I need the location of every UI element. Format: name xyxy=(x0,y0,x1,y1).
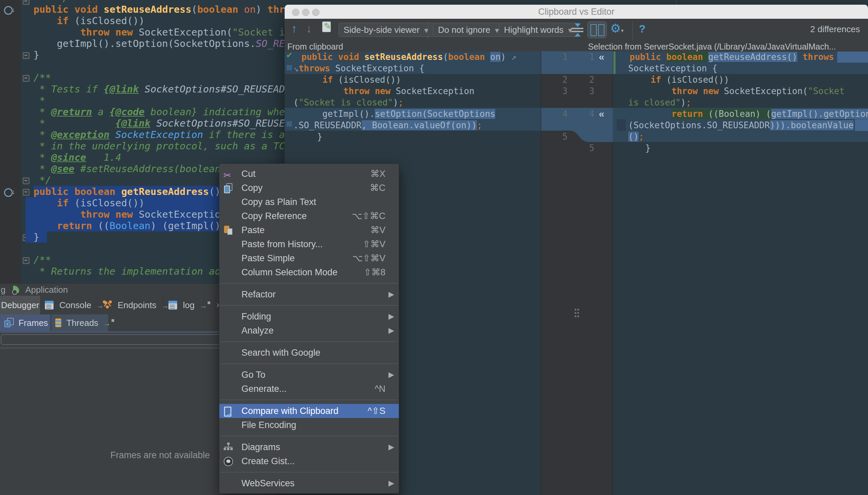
menu-item-refactor[interactable]: Refactor▶ xyxy=(219,287,399,302)
zoom-button[interactable] xyxy=(312,9,319,16)
dialog-toolbar: ↑ ↓ ✎ Side-by-side viewer▼ Do not ignore… xyxy=(285,19,868,41)
menu-item-label: Copy xyxy=(241,183,263,193)
menu-item-label: Diagrams xyxy=(241,442,280,452)
menu-item-copy-reference[interactable]: Copy Reference⌥⇧⌘C xyxy=(219,209,399,223)
submenu-arrow-icon: ▶ xyxy=(388,309,394,324)
viewer-type-dropdown[interactable]: Side-by-side viewer▼ xyxy=(338,23,435,37)
menu-item-paste-from-history[interactable]: Paste from History...⇧⌘V xyxy=(219,237,399,251)
menu-item-go-to[interactable]: Go To▶ xyxy=(219,368,399,382)
menu-item-label: Paste Simple xyxy=(241,253,295,263)
code-line: /** xyxy=(34,254,51,266)
override-method-icon[interactable] xyxy=(4,188,13,197)
menu-item-webservices[interactable]: WebServices▶ xyxy=(219,476,399,490)
editor-gutter[interactable] xyxy=(0,0,21,283)
diff-file-headers: From clipboard Selection from ServerSock… xyxy=(285,41,868,52)
tab-threads-label: Threads xyxy=(66,318,98,328)
menu-item-create-gist[interactable]: Create Gist... xyxy=(219,454,399,468)
line-number: 5 xyxy=(544,131,568,142)
threads-forward-icon[interactable]: → xyxy=(103,319,114,327)
menu-item-diagrams[interactable]: Diagrams▶ xyxy=(219,440,399,454)
endpoints-icon xyxy=(103,300,112,309)
menu-item-analyze[interactable]: Analyze▶ xyxy=(219,324,399,338)
fold-marker-icon[interactable] xyxy=(23,52,30,59)
fold-marker-icon[interactable] xyxy=(23,189,30,195)
menu-item-compare-with-clipboard[interactable]: ↙Compare with Clipboard^⇧S xyxy=(219,404,399,418)
tab-endpoints[interactable]: Endpoints → xyxy=(98,296,164,314)
menu-item-copy-as-plain-text[interactable]: Copy as Plain Text xyxy=(219,195,399,209)
toolbar-separator xyxy=(428,21,428,39)
code-line: * @exception SocketException if there is… xyxy=(34,129,326,140)
menu-item-label: Refactor xyxy=(241,289,276,300)
line-number: 1 xyxy=(571,51,594,63)
menu-shortcut: ^N xyxy=(375,382,385,396)
diff-right-pane[interactable] xyxy=(613,52,868,495)
changed-line-highlight xyxy=(285,108,541,131)
submenu-arrow-icon: ▶ xyxy=(388,476,394,490)
fold-marker-icon[interactable] xyxy=(23,0,30,5)
previous-difference-icon[interactable]: ↑ xyxy=(291,22,297,35)
tab-frames-label: Frames xyxy=(18,318,48,328)
next-difference-icon[interactable]: ↓ xyxy=(306,22,312,35)
submenu-arrow-icon: ▶ xyxy=(388,368,394,382)
menu-item-cut[interactable]: ✂Cut⌘X xyxy=(219,167,399,181)
line-number: 4 xyxy=(544,108,568,120)
menu-item-file-encoding[interactable]: File Encoding xyxy=(219,418,399,432)
minimize-button[interactable] xyxy=(302,9,309,16)
fold-marker-icon[interactable] xyxy=(23,177,30,184)
fold-marker-icon[interactable] xyxy=(23,75,30,82)
menu-separator xyxy=(220,363,398,364)
tab-debugger-label: Debugger xyxy=(1,300,39,310)
code-line: } xyxy=(34,232,39,243)
synchronize-scrolling-icon[interactable] xyxy=(587,21,607,38)
edit-source-icon[interactable]: ✎ xyxy=(322,21,331,32)
line-number: 5 xyxy=(571,142,594,154)
fold-marker-icon[interactable] xyxy=(23,257,30,264)
menu-shortcut: ⇧⌘V xyxy=(363,237,385,251)
tab-threads[interactable]: Threads → xyxy=(51,314,108,331)
right-file-header: Selection from ServerSocket.java (/Libra… xyxy=(588,41,865,52)
menu-item-copy[interactable]: Copy⌘C xyxy=(219,181,399,195)
menu-item-label: Analyze xyxy=(241,326,274,336)
apply-change-icon[interactable]: « xyxy=(599,51,605,63)
toolbar-separator xyxy=(632,21,633,39)
splitter-handle[interactable] xyxy=(575,309,579,320)
menu-item-generate[interactable]: Generate...^N xyxy=(219,382,399,396)
apply-change-icon[interactable]: « xyxy=(599,108,605,120)
debug-header: g Application xyxy=(1,284,68,296)
compare-clipboard-icon: ↙ xyxy=(223,406,233,416)
gear-icon[interactable]: ⚙▾ xyxy=(610,21,624,35)
menu-item-label: File Encoding xyxy=(241,420,296,430)
menu-item-paste-simple[interactable]: Paste Simple⌥⇧⌘V xyxy=(219,251,399,265)
menu-item-column-selection-mode[interactable]: Column Selection Mode⇧⌘8 xyxy=(219,265,399,279)
line-number: 3 xyxy=(571,85,594,97)
collapse-unchanged-icon[interactable] xyxy=(571,23,583,37)
menu-item-label: Search with Google xyxy=(241,348,320,358)
help-icon[interactable]: ? xyxy=(639,23,646,35)
code-line: */ xyxy=(34,174,51,186)
highlight-policy-dropdown[interactable]: Highlight words▼ xyxy=(499,23,579,37)
line-number: 1 xyxy=(544,51,568,63)
tab-log[interactable]: log → × xyxy=(164,296,216,314)
tab-console[interactable]: Console → xyxy=(40,296,98,314)
menu-item-search-with-google[interactable]: Search with Google xyxy=(219,346,399,360)
menu-item-paste[interactable]: Paste⌘V xyxy=(219,223,399,237)
tab-debugger[interactable]: Debugger xyxy=(0,296,40,314)
change-marker-icon xyxy=(287,65,292,70)
menu-separator xyxy=(220,399,398,400)
ide-root: */public void setReuseAddress(boolean on… xyxy=(0,0,868,495)
code-line: } xyxy=(34,49,39,61)
override-method-icon[interactable] xyxy=(4,6,13,15)
spring-boot-icon xyxy=(13,286,21,294)
dialog-titlebar[interactable]: Clipboard vs Editor xyxy=(285,5,868,19)
log-forward-icon[interactable]: → xyxy=(199,302,210,310)
check-gutter-icon: ✔ xyxy=(286,52,293,60)
whitespace-policy-dropdown[interactable]: Do not ignore▼ xyxy=(433,23,505,37)
menu-item-folding[interactable]: Folding▶ xyxy=(219,309,399,324)
tab-frames[interactable]: ‹ Frames → xyxy=(0,314,50,331)
deleted-fragment-marker xyxy=(617,119,626,131)
line-number: 2 xyxy=(571,74,594,85)
menu-item-label: Compare with Clipboard xyxy=(241,406,338,416)
code-line: if (isClosed()) xyxy=(34,15,145,27)
close-button[interactable] xyxy=(292,9,299,16)
menu-separator xyxy=(220,305,398,306)
